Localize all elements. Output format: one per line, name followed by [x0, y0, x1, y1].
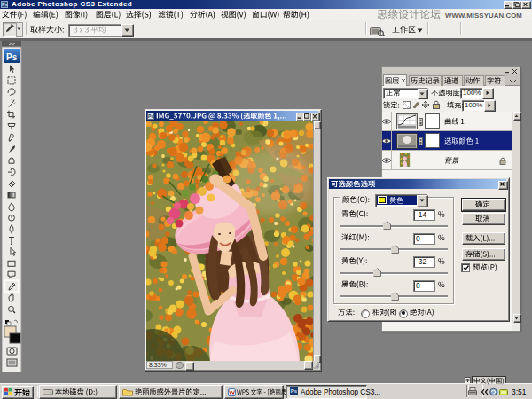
svg-text:Ps: Ps [6, 52, 18, 62]
